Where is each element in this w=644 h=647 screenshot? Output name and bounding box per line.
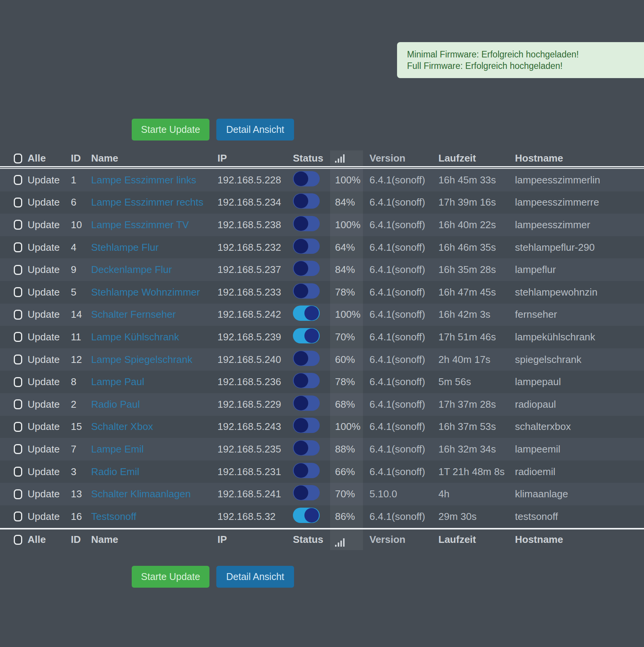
- row-status-cell: [293, 216, 330, 234]
- row-ip: 192.168.5.234: [217, 196, 293, 208]
- device-name-link[interactable]: Schalter Fernseher: [91, 309, 217, 320]
- row-id: 14: [71, 309, 91, 320]
- device-name-link[interactable]: Radio Paul: [91, 399, 217, 410]
- status-toggle[interactable]: [293, 239, 320, 254]
- status-toggle[interactable]: [293, 261, 320, 276]
- row-laufzeit: 16h 40m 22s: [438, 219, 515, 231]
- toggle-knob: [304, 508, 319, 523]
- notification-line-minimal: Minimal Firmware: Erfolgreich hochgelade…: [407, 49, 644, 60]
- start-update-button[interactable]: Starte Update: [132, 119, 209, 141]
- detail-view-button-bottom[interactable]: Detail Ansicht: [216, 566, 294, 588]
- toggle-knob: [294, 396, 308, 410]
- status-toggle[interactable]: [293, 283, 320, 299]
- row-status-cell: [293, 239, 330, 257]
- toggle-knob: [294, 485, 308, 500]
- device-name-link[interactable]: Lampe Spiegelschrank: [91, 354, 217, 366]
- row-id: 16: [71, 511, 91, 523]
- row-update-checkbox[interactable]: [14, 377, 22, 387]
- device-name-link[interactable]: Testsonoff: [91, 511, 217, 523]
- row-version: 6.4.1(sonoff): [363, 421, 438, 433]
- row-update-checkbox[interactable]: [14, 310, 22, 320]
- device-name-link[interactable]: Stehlampe Flur: [91, 242, 217, 253]
- device-name-link[interactable]: Lampe Esszimmer links: [91, 174, 217, 186]
- row-ip: 192.168.5.229: [217, 399, 293, 410]
- device-name-link[interactable]: Lampe Kühlschrank: [91, 331, 217, 343]
- row-update-checkbox[interactable]: [14, 265, 22, 275]
- row-laufzeit: 29m 30s: [438, 511, 515, 523]
- status-toggle[interactable]: [293, 216, 320, 231]
- row-signal: 100%: [330, 214, 363, 236]
- row-laufzeit: 17h 51m 46s: [438, 331, 515, 343]
- row-update-label: Update: [28, 354, 71, 366]
- status-toggle[interactable]: [293, 463, 320, 478]
- status-toggle[interactable]: [293, 418, 320, 433]
- header-signal[interactable]: [330, 150, 363, 166]
- device-name-link[interactable]: Lampe Esszimmer TV: [91, 219, 217, 231]
- row-ip: 192.168.5.240: [217, 354, 293, 366]
- device-name-link[interactable]: Lampe Esszimmer rechts: [91, 196, 217, 208]
- row-update-checkbox[interactable]: [14, 399, 22, 409]
- status-toggle[interactable]: [293, 306, 320, 321]
- select-all-checkbox-footer[interactable]: [14, 535, 22, 545]
- start-update-button-bottom[interactable]: Starte Update: [132, 566, 209, 588]
- row-update-checkbox[interactable]: [14, 355, 22, 364]
- row-signal: 68%: [330, 393, 363, 416]
- table-row: Update 3 Radio Emil 192.168.5.231 66% 6.…: [0, 461, 644, 483]
- header-id[interactable]: ID: [71, 152, 91, 164]
- status-toggle[interactable]: [293, 508, 320, 523]
- row-status-cell: [293, 261, 330, 279]
- status-toggle[interactable]: [293, 351, 320, 366]
- device-name-link[interactable]: Stehlampe Wohnzimmer: [91, 286, 217, 298]
- select-all-checkbox[interactable]: [14, 154, 22, 163]
- row-update-checkbox[interactable]: [14, 467, 22, 477]
- row-update-checkbox[interactable]: [14, 287, 22, 297]
- status-toggle[interactable]: [293, 193, 320, 209]
- header-version[interactable]: Version: [363, 152, 438, 164]
- row-update-checkbox[interactable]: [14, 175, 22, 185]
- status-toggle[interactable]: [293, 171, 320, 186]
- row-signal: 100%: [330, 304, 363, 326]
- row-update-checkbox[interactable]: [14, 489, 22, 499]
- status-toggle[interactable]: [293, 373, 320, 388]
- row-update-checkbox[interactable]: [14, 511, 22, 521]
- toggle-knob: [294, 216, 308, 231]
- device-name-link[interactable]: Schalter Klimaanlagen: [91, 488, 217, 500]
- device-table: Alle ID Name IP Status Version Laufzeit …: [0, 150, 644, 550]
- row-update-label: Update: [28, 331, 71, 343]
- device-name-link[interactable]: Deckenlampe Flur: [91, 264, 217, 276]
- row-ip: 192.168.5.239: [217, 331, 293, 343]
- status-toggle[interactable]: [293, 440, 320, 456]
- header-laufzeit[interactable]: Laufzeit: [438, 152, 515, 164]
- detail-view-button[interactable]: Detail Ansicht: [216, 119, 294, 141]
- status-toggle[interactable]: [293, 395, 320, 411]
- header-ip[interactable]: IP: [217, 152, 293, 164]
- row-hostname: lampepaul: [515, 376, 644, 388]
- device-name-link[interactable]: Radio Emil: [91, 466, 217, 478]
- header-hostname[interactable]: Hostname: [515, 152, 644, 164]
- toggle-knob: [294, 463, 308, 478]
- status-toggle[interactable]: [293, 485, 320, 500]
- header-status[interactable]: Status: [293, 152, 330, 164]
- signal-strength-icon: [335, 538, 345, 547]
- header-name[interactable]: Name: [91, 152, 217, 164]
- device-name-link[interactable]: Schalter Xbox: [91, 421, 217, 433]
- row-update-checkbox[interactable]: [14, 198, 22, 207]
- row-update-checkbox[interactable]: [14, 220, 22, 230]
- row-update-checkbox[interactable]: [14, 444, 22, 454]
- row-update-checkbox[interactable]: [14, 242, 22, 252]
- footer-id: ID: [71, 534, 91, 546]
- status-toggle[interactable]: [293, 328, 320, 343]
- footer-status: Status: [293, 534, 330, 546]
- row-hostname: lampeflur: [515, 264, 644, 276]
- table-footer-row: Alle ID Name IP Status Version Laufzeit …: [0, 529, 644, 550]
- row-ip: 192.168.5.32: [217, 511, 293, 523]
- row-version: 6.4.1(sonoff): [363, 354, 438, 366]
- row-hostname: klimaanlage: [515, 488, 644, 500]
- device-name-link[interactable]: Lampe Paul: [91, 376, 217, 388]
- row-id: 11: [71, 331, 91, 343]
- row-update-checkbox[interactable]: [14, 332, 22, 342]
- footer-signal: [330, 529, 363, 550]
- row-ip: 192.168.5.241: [217, 488, 293, 500]
- device-name-link[interactable]: Lampe Emil: [91, 443, 217, 455]
- row-update-checkbox[interactable]: [14, 422, 22, 432]
